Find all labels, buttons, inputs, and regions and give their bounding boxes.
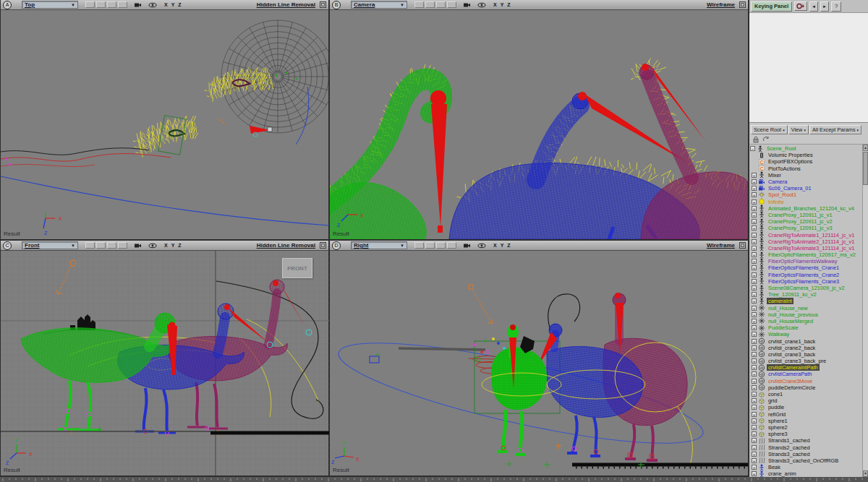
crane-purple[interactable] (639, 64, 748, 239)
y-axis-toggle[interactable]: Y (501, 2, 504, 7)
next-arrow-icon[interactable]: ► (820, 1, 829, 12)
help-button[interactable]: ? (831, 1, 841, 12)
tree-item-Mixer[interactable]: +Mixer (749, 172, 862, 178)
y-axis-toggle[interactable]: Y (171, 2, 175, 7)
crane-green[interactable] (491, 324, 547, 467)
tree-item-reflGrid[interactable]: +reflGrid (749, 411, 862, 418)
eye-icon[interactable] (477, 243, 486, 249)
keying-panel-button[interactable]: Keying Panel (751, 1, 792, 12)
expander-icon[interactable]: + (752, 173, 757, 178)
view-type-dropdown[interactable]: Front ▼ (22, 241, 78, 249)
expander-icon[interactable]: + (752, 206, 757, 211)
path-curves[interactable] (1, 87, 329, 225)
tree-item-Strands1_cached[interactable]: +Strands1_cached (749, 437, 862, 444)
expander-icon[interactable]: + (752, 186, 757, 191)
expander-icon[interactable]: + (752, 272, 757, 277)
tree-item-Strands2_cached[interactable]: +Strands2_cached (749, 444, 862, 450)
tree-item-puddleDeformCircle[interactable]: +puddleDeformCircle (749, 384, 862, 391)
expander-icon[interactable]: + (752, 418, 757, 423)
expander-icon[interactable]: + (752, 239, 757, 244)
expander-icon[interactable]: + (752, 233, 757, 238)
lock-icon[interactable] (752, 136, 760, 143)
viewport-right-canvas[interactable]: Y X Z (330, 251, 748, 475)
expander-icon[interactable]: + (752, 199, 757, 205)
expander-icon[interactable]: + (752, 405, 757, 410)
scrollbar-thumb[interactable] (863, 152, 868, 185)
expander-icon[interactable]: + (752, 471, 757, 476)
z-axis-toggle[interactable]: Z (507, 2, 510, 7)
camera-icon[interactable] (134, 1, 142, 8)
expander-icon[interactable]: + (752, 252, 757, 257)
x-axis-toggle[interactable]: X (164, 243, 168, 248)
tree-item-CraneProxy_120911_jc_v2[interactable]: +CraneProxy_120911_jc_v2 (749, 218, 862, 225)
expander-icon[interactable]: + (752, 306, 757, 311)
viewport-front[interactable]: C Front ▼ X Y Z Hidden Line Removal (0, 241, 330, 477)
display-mode-menu[interactable]: Hidden Line Removal (257, 1, 315, 8)
viewport-right[interactable]: D Right ▼ X Y Z Wireframe (330, 241, 749, 477)
tree-item-FiberOpticFilamentsWalkway[interactable]: +FiberOpticFilamentsWalkway (749, 258, 862, 264)
viewport-camera[interactable]: B Camera ▼ X Y Z Wireframe (330, 0, 749, 241)
tree-item-sphere1[interactable]: +sphere1 (749, 418, 862, 424)
tree-item-PlotToActions[interactable]: CPlotToActions (749, 165, 862, 172)
expander-icon[interactable]: + (752, 279, 757, 284)
ground-line[interactable] (572, 465, 748, 468)
expander-icon[interactable]: + (752, 332, 757, 337)
expander-icon[interactable]: + (752, 339, 757, 344)
z-axis-toggle[interactable]: Z (178, 243, 181, 248)
tree-item-Walkway[interactable]: +Walkway (749, 331, 862, 337)
timeline-ruler[interactable] (0, 477, 868, 482)
expander-icon[interactable]: + (752, 179, 757, 184)
tree-item-crvlistCrane3Move[interactable]: +crvlistCrane3Move (749, 378, 862, 384)
expander-icon[interactable]: + (752, 312, 757, 317)
tree-item-null_House_previous[interactable]: +null_House_previous (749, 311, 862, 318)
tree-item-ExportFBXOptions[interactable]: CExportFBXOptions (749, 158, 862, 165)
viewport-resize-icon[interactable] (320, 1, 326, 8)
eye-icon[interactable] (477, 2, 486, 8)
eye-icon[interactable] (148, 2, 157, 8)
tree-item-crvlistCameraPath[interactable]: +crvlistCameraPath (749, 371, 862, 377)
tree-item-Infinite[interactable]: +Infinite (749, 199, 862, 205)
tree-item-puddle[interactable]: +puddle (749, 404, 862, 410)
tab-scene-root[interactable]: Scene Root ▾ (751, 125, 788, 134)
tree-item-Tree_120911_kc_v2[interactable]: +Tree_120911_kc_v2 (749, 291, 862, 298)
tree-item-crvlist_crane3_back_pre[interactable]: +crvlist_crane3_back_pre (749, 358, 862, 364)
expander-icon[interactable]: + (752, 219, 757, 224)
expander-icon[interactable]: + (752, 212, 757, 218)
tree-item-sphere2[interactable]: +sphere2 (749, 424, 862, 431)
viewport-camera-canvas[interactable]: Y X Z (330, 10, 748, 239)
beak-green[interactable] (431, 104, 447, 227)
viewport-top-canvas[interactable]: X Z (1, 10, 329, 239)
view-type-dropdown[interactable]: Top ▼ (22, 1, 78, 9)
tree-item-CraneRigToAnimate3_121114_jc_v1[interactable]: +CraneRigToAnimate3_121114_jc_v1 (749, 245, 862, 251)
x-axis-toggle[interactable]: X (493, 2, 497, 7)
expander-icon[interactable]: + (752, 265, 757, 270)
viewport-front-canvas[interactable]: Y X Z (1, 251, 329, 475)
expander-icon[interactable]: + (752, 285, 757, 291)
tree-item-Scene08Camera_121009_jc_v2[interactable]: +Scene08Camera_121009_jc_v2 (749, 285, 862, 291)
memo-cam-slots[interactable] (414, 242, 456, 249)
expander-icon[interactable]: + (752, 358, 757, 363)
expander-icon[interactable]: + (752, 438, 757, 443)
expander-icon[interactable]: + (752, 371, 757, 376)
expander-icon[interactable]: + (752, 425, 757, 430)
tree-item-Animated_Branches_121204_kc_v4[interactable]: +Animated_Branches_121204_kc_v4 (749, 205, 862, 212)
memo-cam-slots[interactable] (414, 1, 456, 8)
view-type-dropdown[interactable]: Right ▼ (351, 241, 407, 249)
viewport-resize-icon[interactable] (739, 1, 746, 8)
viewport-top[interactable]: A Top ▼ X Y Z Hidden Line Removal (0, 0, 330, 241)
tree-item-Sc06_Camera_01[interactable]: +Sc06_Camera_01 (749, 185, 862, 191)
expander-icon[interactable]: + (752, 345, 757, 350)
tree-item-null_HouseMerged[interactable]: +null_HouseMerged (749, 318, 862, 324)
tree-item-cameraInt[interactable]: +cameraInt (749, 298, 862, 304)
tree-item-FiberOpticsFilaments_Crane2[interactable]: +FiberOpticsFilaments_Crane2 (749, 272, 862, 278)
expander-icon[interactable]: − (750, 146, 755, 151)
expander-icon[interactable]: + (752, 398, 757, 403)
camera-icon[interactable] (463, 1, 471, 8)
tree-item-Strands3_cached_OnOffRGB[interactable]: +Strands3_cached_OnOffRGB (749, 457, 862, 464)
tree-item-crvlistCameraIntPath[interactable]: +crvlistCameraIntPath (749, 364, 862, 371)
explorer-scrollbar[interactable]: ▲ ▼ (862, 145, 868, 477)
tree-item-PuddleScale[interactable]: +PuddleScale (749, 324, 862, 331)
viewport-letter-badge[interactable]: D (332, 241, 341, 250)
expander-icon[interactable]: + (752, 352, 757, 357)
z-axis-toggle[interactable]: Z (507, 243, 510, 248)
